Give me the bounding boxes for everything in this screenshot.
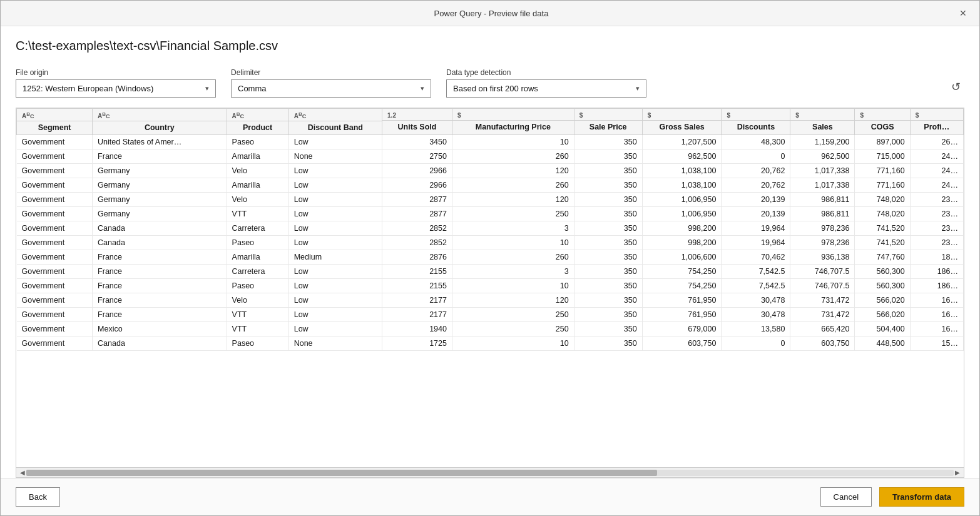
- close-button[interactable]: ✕: [957, 7, 969, 19]
- table-cell: 19,964: [722, 221, 790, 236]
- table-row: GovernmentGermanyVeloLow29661203501,038,…: [17, 164, 964, 178]
- scroll-right-icon[interactable]: ▶: [954, 469, 961, 476]
- file-origin-value: 1252: Western European (Windows): [23, 84, 153, 93]
- table-cell: 566,020: [855, 308, 910, 322]
- table-cell: 18…: [910, 250, 963, 265]
- table-cell: Low: [288, 221, 382, 236]
- transform-button[interactable]: Transform data: [879, 487, 964, 507]
- table-cell: 448,500: [855, 336, 910, 351]
- table-cell: 761,950: [642, 308, 722, 322]
- col-discounts-type-icon: $: [727, 112, 730, 119]
- data-type-group: Data type detection Based on first 200 r…: [446, 68, 646, 98]
- table-cell: Low: [288, 178, 382, 193]
- table-cell: 603,750: [642, 336, 722, 351]
- col-mfg-price: $ Manufacturing Price: [452, 109, 574, 135]
- col-units-sold-type-icon: 1.2: [387, 112, 396, 119]
- col-discount-band: ABC Discount Band: [288, 109, 382, 135]
- table-cell: 3450: [382, 135, 452, 149]
- table-cell: Carretera: [227, 265, 288, 279]
- table-cell: Low: [288, 308, 382, 322]
- table-cell: Low: [288, 265, 382, 279]
- table-row: GovernmentCanadaPaseoLow285210350998,200…: [17, 236, 964, 250]
- table-cell: 10: [452, 336, 574, 351]
- table-cell: 1,006,950: [642, 193, 722, 207]
- table-cell: 1940: [382, 322, 452, 336]
- table-cell: Low: [288, 293, 382, 308]
- footer-right: Cancel Transform data: [820, 487, 964, 507]
- table-cell: Government: [17, 322, 93, 336]
- table-cell: Government: [17, 221, 93, 236]
- table-cell: 1,159,200: [790, 135, 855, 149]
- table-cell: Government: [17, 250, 93, 265]
- table-cell: Germany: [93, 207, 227, 221]
- table-cell: Government: [17, 265, 93, 279]
- col-units-sold-name: Units Sold: [382, 121, 452, 134]
- table-cell: France: [93, 308, 227, 322]
- dialog-footer: Back Cancel Transform data: [1, 478, 979, 515]
- table-cell: 16…: [910, 322, 963, 336]
- table-cell: 20,139: [722, 207, 790, 221]
- table-cell: 741,520: [855, 221, 910, 236]
- col-sale-price: $ Sale Price: [574, 109, 642, 135]
- col-product-name: Product: [227, 121, 288, 134]
- table-cell: 20,762: [722, 178, 790, 193]
- table-cell: 748,020: [855, 207, 910, 221]
- cancel-button[interactable]: Cancel: [820, 487, 872, 507]
- horizontal-scrollbar[interactable]: ◀ ▶: [16, 467, 964, 477]
- table-cell: 771,160: [855, 164, 910, 178]
- table-cell: Mexico: [93, 322, 227, 336]
- table-cell: 603,750: [790, 336, 855, 351]
- table-cell: 120: [452, 164, 574, 178]
- table-cell: 250: [452, 308, 574, 322]
- table-cell: 16…: [910, 293, 963, 308]
- table-cell: 560,300: [855, 265, 910, 279]
- col-product-type-icon: ABC: [232, 111, 245, 119]
- delimiter-group: Delimiter Comma ▾: [231, 68, 431, 98]
- table-cell: 13,580: [722, 322, 790, 336]
- table-cell: 746,707.5: [790, 265, 855, 279]
- scroll-thumb[interactable]: [26, 470, 657, 476]
- table-cell: 566,020: [855, 293, 910, 308]
- table-cell: Government: [17, 308, 93, 322]
- table-cell: Canada: [93, 336, 227, 351]
- file-origin-dropdown[interactable]: 1252: Western European (Windows) ▾: [16, 79, 216, 98]
- table-cell: 1,038,100: [642, 164, 722, 178]
- col-cogs-name: COGS: [855, 121, 909, 134]
- table-cell: 2876: [382, 250, 452, 265]
- table-cell: Velo: [227, 193, 288, 207]
- table-cell: 897,000: [855, 135, 910, 149]
- table-cell: France: [93, 149, 227, 164]
- refresh-button[interactable]: ↺: [947, 76, 964, 98]
- col-country-name: Country: [93, 121, 227, 134]
- table-scroll-area[interactable]: ABC Segment ABC Country: [16, 108, 964, 467]
- table-cell: 1,006,950: [642, 207, 722, 221]
- table-cell: 19,964: [722, 236, 790, 250]
- scroll-left-icon[interactable]: ◀: [19, 469, 26, 476]
- table-cell: 560,300: [855, 279, 910, 293]
- table-cell: Low: [288, 236, 382, 250]
- table-cell: 998,200: [642, 236, 722, 250]
- scroll-track[interactable]: [26, 470, 954, 476]
- col-profit-name: Profi…: [911, 121, 963, 134]
- table-cell: 754,250: [642, 279, 722, 293]
- table-cell: Government: [17, 236, 93, 250]
- table-cell: 120: [452, 293, 574, 308]
- table-cell: Government: [17, 279, 93, 293]
- data-type-dropdown[interactable]: Based on first 200 rows ▾: [446, 79, 646, 98]
- table-cell: 2852: [382, 221, 452, 236]
- back-button[interactable]: Back: [16, 487, 60, 507]
- delimiter-dropdown[interactable]: Comma ▾: [231, 79, 431, 98]
- col-discount-band-name: Discount Band: [289, 121, 382, 134]
- table-cell: 48,300: [722, 135, 790, 149]
- table-cell: 260: [452, 250, 574, 265]
- table-cell: 10: [452, 236, 574, 250]
- table-cell: VTT: [227, 207, 288, 221]
- table-cell: 2750: [382, 149, 452, 164]
- table-cell: Low: [288, 207, 382, 221]
- table-cell: Low: [288, 322, 382, 336]
- table-cell: 186…: [910, 279, 963, 293]
- col-sale-price-name: Sale Price: [574, 121, 642, 134]
- table-cell: Government: [17, 149, 93, 164]
- table-cell: None: [288, 149, 382, 164]
- table-cell: Canada: [93, 236, 227, 250]
